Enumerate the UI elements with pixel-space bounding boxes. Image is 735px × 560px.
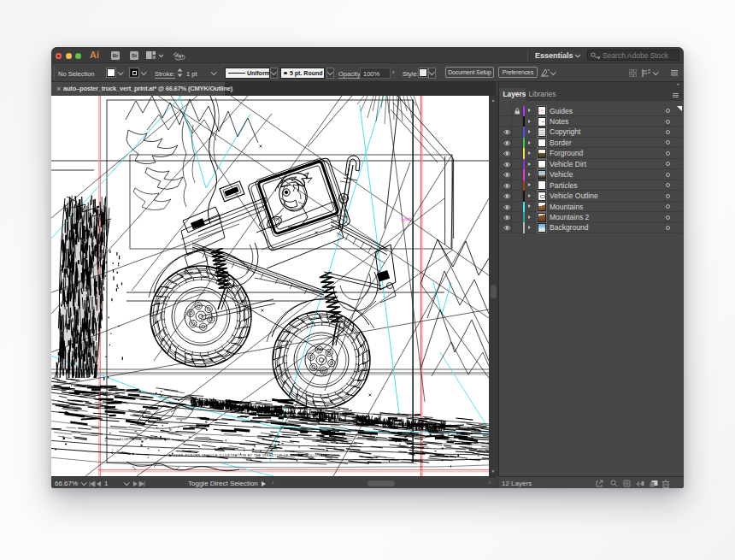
svg-text:path: path: [404, 217, 412, 221]
svg-text:SPYDER POSTER VEHICLE ILLUSTRA: SPYDER POSTER VEHICLE ILLUSTRATION BY TH…: [168, 454, 339, 457]
svg-text:ILLUSTRATION OF VEHICLE ART: ILLUSTRATION OF VEHICLE ART: [120, 438, 171, 441]
